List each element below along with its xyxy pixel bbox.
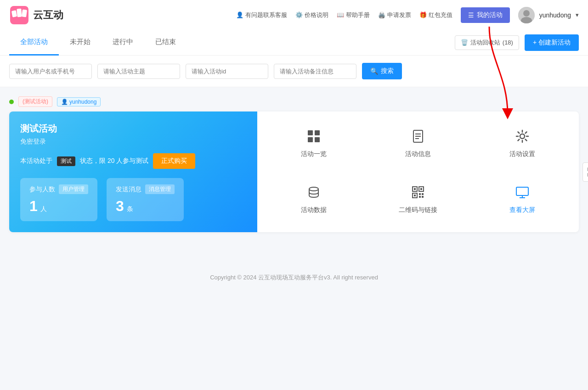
header: 云互动 👤 有问题联系客服 ⚙️ 价格说明 📖 帮助手册 🖨️ 申请发票 🎁 红… [0, 0, 588, 30]
action-activity-settings[interactable]: 活动设置 [470, 116, 574, 172]
action-qrcode-label: 二维码与链接 [399, 206, 437, 214]
main-content: (测试活动) 👤 yunhudong 测试活动 免密登录 本活动处于 测 [0, 87, 588, 241]
activity-card: 测试活动 免密登录 本活动处于 测试 状态，限 20 人参与测试 正式购买 参与… [9, 111, 579, 232]
tabs-bar: 全部活动 未开始 进行中 已结束 🗑️ 活动回收站 (18) + 创建新活动 [0, 30, 588, 56]
svg-rect-24 [422, 193, 424, 195]
screen-icon [515, 185, 529, 202]
nav-help[interactable]: 📖 帮助手册 [337, 11, 370, 19]
svg-rect-7 [308, 130, 313, 135]
tab-all-activities[interactable]: 全部活动 [9, 30, 59, 56]
action-qrcode[interactable]: 二维码与链接 [366, 172, 470, 228]
footer: Copyright © 2024 云互动现场互动服务平台v3. All righ… [0, 260, 588, 295]
user-tag-icon: 👤 [61, 99, 68, 105]
svg-rect-10 [315, 137, 320, 142]
trash-icon: 🗑️ [461, 39, 468, 46]
svg-rect-2 [17, 8, 22, 17]
action-activity-info[interactable]: 活动信息 [366, 116, 470, 172]
activity-status-suffix: 状态，限 20 人参与测试 [80, 157, 148, 165]
activity-login-type: 免密登录 [20, 138, 246, 146]
svg-point-5 [523, 10, 530, 17]
view-toggle-button[interactable] [582, 162, 588, 182]
svg-rect-25 [419, 196, 421, 198]
database-icon [307, 185, 321, 202]
search-bar: 🔍 搜索 [0, 56, 588, 87]
action-big-screen-label: 查看大屏 [509, 206, 535, 214]
help-icon: 📖 [337, 11, 344, 18]
tabs-left: 全部活动 未开始 进行中 已结束 [9, 30, 455, 56]
activity-status-row: 本活动处于 测试 状态，限 20 人参与测试 正式购买 [20, 153, 246, 169]
activity-tag-label[interactable]: (测试活动) [18, 96, 52, 107]
invoice-icon: 🖨️ [378, 11, 385, 18]
user-manage-button[interactable]: 用户管理 [59, 184, 88, 194]
stat-box-participants: 参与人数 用户管理 1 人 [20, 178, 97, 221]
nav-redpacket[interactable]: 🎁 红包充值 [419, 11, 452, 19]
view-toggle-area [582, 162, 588, 182]
user-name: yunhudong [539, 11, 571, 19]
recycle-bin-button[interactable]: 🗑️ 活动回收站 (18) [455, 35, 519, 50]
svg-rect-22 [414, 195, 416, 196]
activity-tags-row: (测试活动) 👤 yunhudong [9, 96, 579, 107]
action-data-label: 活动数据 [301, 206, 327, 214]
logo: 云互动 [9, 5, 63, 25]
formal-buy-button[interactable]: 正式购买 [153, 153, 195, 169]
svg-rect-9 [308, 137, 313, 142]
tabs-right: 🗑️ 活动回收站 (18) + 创建新活动 [455, 34, 579, 51]
grid-icon [307, 129, 321, 146]
activity-title: 测试活动 [20, 123, 246, 135]
svg-rect-26 [422, 196, 424, 198]
svg-rect-27 [516, 187, 528, 195]
status-dot [9, 100, 14, 104]
tab-not-started[interactable]: 未开始 [59, 30, 102, 56]
footer-text: Copyright © 2024 云互动现场互动服务平台v3. All righ… [210, 274, 378, 281]
gear-icon [515, 129, 529, 146]
nav-links: 👤 有问题联系客服 ⚙️ 价格说明 📖 帮助手册 🖨️ 申请发票 🎁 红包充值 … [236, 7, 579, 23]
stat-box-participants-header: 参与人数 用户管理 [29, 184, 88, 194]
pricing-icon: ⚙️ [295, 11, 303, 18]
action-activity-overview[interactable]: 活动一览 [262, 116, 366, 172]
nav-pricing[interactable]: ⚙️ 价格说明 [295, 11, 328, 19]
activity-left-panel: 测试活动 免密登录 本活动处于 测试 状态，限 20 人参与测试 正式购买 参与… [9, 111, 257, 232]
list-icon: ☰ [468, 11, 474, 19]
stat-participants-value: 1 人 [29, 198, 88, 215]
search-remark-input[interactable] [274, 64, 356, 79]
activity-status-badge: 测试 [57, 156, 75, 166]
action-big-screen[interactable]: 查看大屏 [470, 172, 574, 228]
svg-rect-23 [419, 193, 421, 195]
qrcode-icon [411, 185, 425, 202]
activity-right-panel: 活动一览 活动信息 活动设置 [257, 111, 579, 232]
search-icon: 🔍 [370, 67, 378, 75]
stat-box-messages: 发送消息 消息管理 3 条 [107, 178, 184, 221]
search-id-input[interactable] [186, 64, 268, 79]
action-overview-label: 活动一览 [301, 150, 327, 158]
svg-point-15 [520, 134, 525, 139]
stat-box-messages-header: 发送消息 消息管理 [116, 184, 175, 194]
redpacket-icon: 🎁 [419, 11, 427, 18]
svg-point-16 [309, 187, 318, 191]
action-activity-data[interactable]: 活动数据 [262, 172, 366, 228]
activity-card-container: 测试活动 免密登录 本活动处于 测试 状态，限 20 人参与测试 正式购买 参与… [9, 111, 579, 232]
stat-participants-label: 参与人数 [29, 185, 55, 194]
svg-rect-18 [414, 188, 416, 190]
activity-user-tag: 👤 yunhudong [57, 97, 101, 106]
tab-ended[interactable]: 已结束 [144, 30, 187, 56]
search-username-input[interactable] [9, 64, 92, 79]
action-settings-label: 活动设置 [509, 150, 535, 158]
create-activity-button[interactable]: + 创建新活动 [525, 34, 579, 51]
tab-in-progress[interactable]: 进行中 [102, 30, 144, 56]
activity-status-prefix: 本活动处于 [20, 157, 52, 165]
nav-invoice[interactable]: 🖨️ 申请发票 [378, 11, 411, 19]
customer-service-icon: 👤 [236, 11, 243, 18]
search-button[interactable]: 🔍 搜索 [362, 63, 402, 79]
svg-rect-20 [420, 188, 422, 190]
stats-row: 参与人数 用户管理 1 人 发送消息 消息管理 [20, 178, 246, 221]
action-info-label: 活动信息 [405, 150, 431, 158]
message-manage-button[interactable]: 消息管理 [145, 184, 175, 194]
my-activity-button[interactable]: ☰ 我的活动 [461, 7, 510, 23]
stat-messages-label: 发送消息 [116, 185, 141, 194]
nav-customer-service[interactable]: 👤 有问题联系客服 [236, 11, 287, 19]
search-theme-input[interactable] [97, 64, 180, 79]
user-area[interactable]: yunhudong ▾ [518, 7, 579, 23]
logo-text: 云互动 [33, 8, 63, 22]
logo-icon [9, 5, 29, 25]
stat-messages-value: 3 条 [116, 198, 175, 215]
